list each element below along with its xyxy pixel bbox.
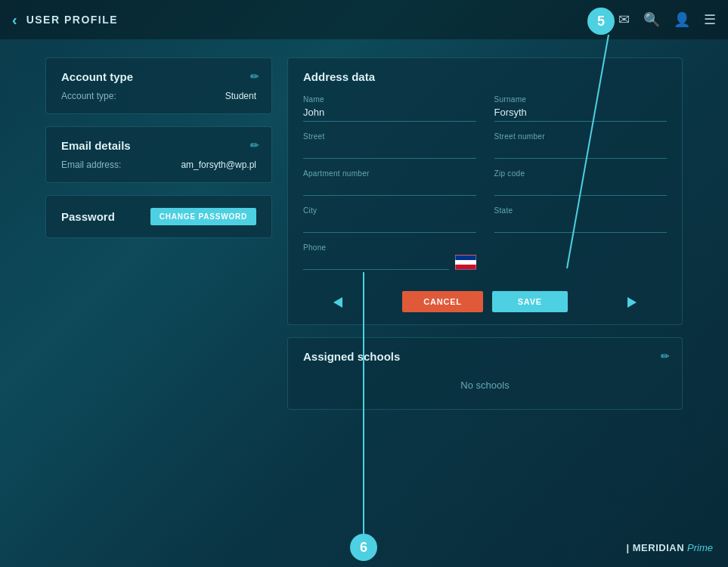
street-label: Street bbox=[303, 132, 476, 141]
topbar-icons: ✉ 🔍 👤 ☰ bbox=[618, 11, 716, 28]
schools-card: ✏ Assigned schools No schools bbox=[287, 337, 683, 410]
save-arrow-right bbox=[627, 297, 637, 308]
phone-input-group bbox=[303, 253, 476, 270]
email-edit-icon[interactable]: ✏ bbox=[250, 139, 259, 151]
back-button[interactable]: ‹ bbox=[12, 11, 17, 29]
no-schools-label: No schools bbox=[303, 373, 667, 397]
left-column: ✏ Account type Account type: Student ✏ E… bbox=[45, 57, 272, 549]
main-content: ✏ Account type Account type: Student ✏ E… bbox=[0, 39, 728, 567]
prime-label: Prime bbox=[687, 542, 713, 553]
city-field: City bbox=[303, 206, 476, 233]
user-icon[interactable]: 👤 bbox=[674, 11, 690, 28]
annotation-5: 5 bbox=[587, 8, 615, 35]
email-row: Email address: am_forsyth@wp.pl bbox=[61, 160, 256, 170]
state-input[interactable] bbox=[494, 216, 668, 233]
cancel-button[interactable]: CANCEL bbox=[402, 291, 483, 312]
phone-label: Phone bbox=[303, 243, 476, 252]
account-type-label: Account type: bbox=[61, 91, 116, 101]
city-input[interactable] bbox=[303, 216, 476, 233]
street-number-label: Street number bbox=[494, 132, 668, 141]
right-column: Address data Name Surname Street bbox=[287, 57, 683, 549]
name-label: Name bbox=[303, 95, 476, 104]
menu-icon[interactable]: ☰ bbox=[704, 11, 716, 28]
name-field: Name bbox=[303, 95, 476, 122]
surname-label: Surname bbox=[494, 95, 668, 104]
page-title: USER PROFILE bbox=[26, 14, 618, 26]
state-label: State bbox=[494, 206, 668, 215]
apartment-label: Apartment number bbox=[303, 169, 476, 178]
street-field: Street bbox=[303, 132, 476, 159]
save-button[interactable]: SAVE bbox=[492, 291, 568, 312]
account-type-edit-icon[interactable]: ✏ bbox=[250, 70, 259, 82]
password-title: Password bbox=[61, 210, 115, 223]
apartment-field: Apartment number bbox=[303, 169, 476, 196]
mail-icon[interactable]: ✉ bbox=[618, 11, 630, 28]
name-input[interactable] bbox=[303, 105, 476, 122]
address-card: Address data Name Surname Street bbox=[287, 57, 683, 325]
zip-field: Zip code bbox=[494, 169, 668, 196]
password-card: Password CHANGE PASSWORD bbox=[45, 195, 272, 238]
surname-field: Surname bbox=[494, 95, 668, 122]
phone-field: Phone bbox=[303, 243, 476, 270]
search-icon[interactable]: 🔍 bbox=[643, 11, 660, 28]
email-card: ✏ Email details Email address: am_forsyt… bbox=[45, 126, 272, 183]
street-input[interactable] bbox=[303, 142, 476, 159]
street-number-input[interactable] bbox=[494, 142, 668, 159]
email-label: Email address: bbox=[61, 160, 121, 170]
cancel-arrow-left bbox=[333, 297, 342, 308]
account-type-title: Account type bbox=[61, 70, 256, 83]
email-value: am_forsyth@wp.pl bbox=[181, 160, 256, 170]
annotation-6: 6 bbox=[350, 534, 377, 561]
street-number-field: Street number bbox=[494, 132, 668, 159]
apartment-input[interactable] bbox=[303, 179, 476, 196]
schools-edit-icon[interactable]: ✏ bbox=[661, 350, 670, 362]
meridian-label: | MERIDIAN bbox=[627, 542, 685, 553]
phone-input[interactable] bbox=[303, 253, 449, 270]
zip-input[interactable] bbox=[494, 179, 668, 196]
city-label: City bbox=[303, 206, 476, 215]
empty-cell bbox=[494, 243, 668, 280]
account-type-row: Account type: Student bbox=[61, 91, 256, 101]
account-type-card: ✏ Account type Account type: Student bbox=[45, 57, 272, 114]
email-title: Email details bbox=[61, 139, 256, 152]
schools-title: Assigned schools bbox=[303, 350, 667, 363]
change-password-button[interactable]: CHANGE PASSWORD bbox=[150, 208, 256, 225]
account-type-value: Student bbox=[225, 91, 256, 101]
surname-input[interactable] bbox=[494, 105, 668, 122]
state-field: State bbox=[494, 206, 668, 233]
address-form-grid: Name Surname Street Street number bbox=[303, 95, 667, 280]
topbar: ‹ USER PROFILE ✉ 🔍 👤 ☰ bbox=[0, 0, 728, 39]
form-actions: CANCEL SAVE bbox=[303, 280, 667, 324]
phone-flag-icon[interactable] bbox=[455, 255, 476, 270]
address-title: Address data bbox=[303, 70, 667, 83]
zip-label: Zip code bbox=[494, 169, 668, 178]
branding: | MERIDIAN Prime bbox=[627, 542, 713, 553]
